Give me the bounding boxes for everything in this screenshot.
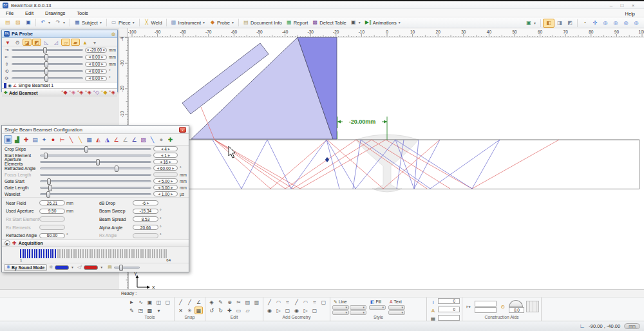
element-bar[interactable] [156, 249, 158, 258]
dropdown-arrow-icon[interactable]: ▼ [132, 21, 135, 24]
dialog-tool-icon[interactable]: ✚ [166, 135, 175, 144]
element-bar[interactable] [43, 249, 44, 258]
ribbon-tool-icon[interactable]: ╱ [292, 298, 301, 306]
element-bar[interactable] [48, 249, 49, 258]
ribbon-tool-icon[interactable]: ∿ [137, 298, 145, 306]
dialog-tool-icon[interactable]: ▦ [85, 135, 93, 144]
display-mode-button[interactable]: ▣▼ [524, 19, 538, 27]
dialog-tool-icon[interactable]: ∠ [112, 135, 120, 144]
ribbon-tool-icon[interactable]: ╱ [176, 298, 185, 306]
element-bar[interactable] [52, 249, 53, 258]
ribbon-tool-icon[interactable]: ◉ [292, 307, 301, 314]
wavelet-slider[interactable] [40, 193, 151, 195]
more-icon[interactable]: ▾ [90, 39, 99, 46]
gate-start-slider[interactable] [40, 180, 151, 182]
view-cube-iso-button[interactable]: ◨ [554, 19, 565, 27]
add-beamset-type-icon[interactable]: ⁺◈ [109, 90, 115, 96]
element-bar[interactable] [57, 249, 59, 258]
skew-left-icon[interactable]: ◪ [23, 39, 32, 46]
add-beamset-type-icon[interactable]: ⁺◈ [77, 90, 83, 96]
piece-button[interactable]: ▭Piece▼ [109, 19, 137, 26]
slider-value-spinner[interactable]: ◀5.00▶ [153, 178, 178, 184]
slider-value-spinner[interactable]: ◀1▶ [153, 153, 178, 158]
ribbon-tool-icon[interactable]: ✎ [128, 307, 136, 314]
ribbon-tool-icon[interactable]: ✳ [185, 307, 194, 314]
element-bar[interactable] [166, 249, 167, 258]
dropdown-arrow-icon[interactable]: ▼ [100, 265, 103, 269]
ribbon-tool-icon[interactable]: ✎ [216, 298, 225, 306]
element-bar[interactable] [41, 249, 42, 258]
element-bar[interactable] [94, 249, 95, 258]
line-opacity-dropdown[interactable]: ▼ [350, 310, 366, 315]
dialog-tool-icon[interactable]: ● [157, 135, 166, 144]
slider-thumb[interactable] [44, 61, 48, 68]
close-button[interactable]: × [629, 3, 637, 9]
construction-h-input[interactable] [475, 301, 497, 307]
line-style-button[interactable]: ✎Line [332, 298, 366, 305]
dialog-tool-icon[interactable]: ✦ [40, 135, 48, 144]
dropdown-arrow-icon[interactable]: ▼ [533, 21, 536, 25]
element-bar[interactable] [55, 249, 56, 258]
zoom-out-button[interactable]: ◎ [621, 19, 631, 27]
view-cube-front-button[interactable]: ◧ [543, 19, 554, 28]
weld-button[interactable]: ╳Weld [142, 19, 164, 26]
slider-thumb[interactable] [84, 146, 88, 153]
horizontal-ruler[interactable]: -100-90-80-70-60-50-40-30-20-10010203040… [128, 28, 644, 37]
slider-thumb[interactable] [46, 191, 50, 198]
element-bar[interactable] [97, 249, 98, 258]
dialog-close-button[interactable]: x [179, 127, 186, 133]
dialog-tool-icon[interactable]: ╲ [148, 135, 156, 144]
units-badge[interactable]: mm [624, 323, 640, 329]
ribbon-tool-icon[interactable]: ≈ [283, 298, 292, 306]
ribbon-tool-icon[interactable]: ▣ [146, 298, 154, 306]
longitudinal-color-swatch[interactable] [84, 265, 98, 270]
zoom-one-button[interactable]: ◎ [631, 19, 641, 27]
dim-table-input[interactable] [438, 315, 460, 321]
line-width-dropdown[interactable]: ▼ [332, 305, 349, 310]
element-bar[interactable] [99, 249, 100, 258]
probe-value-spinner[interactable]: ◀0.00▶ [85, 69, 107, 74]
menu-item-edit[interactable]: Edit [19, 10, 39, 16]
aperture-elements-slider[interactable] [40, 161, 151, 163]
dialog-tool-icon[interactable]: ∠ [121, 135, 129, 144]
probe-slider[interactable] [12, 70, 83, 72]
probe-value-spinner[interactable]: ◀0.00▶ [85, 55, 107, 60]
ribbon-tool-icon[interactable]: ╱ [185, 298, 194, 306]
protractor-dial[interactable] [509, 300, 523, 307]
zoom-window-button[interactable]: ◎ [600, 19, 611, 27]
opacity-slider[interactable] [114, 267, 140, 269]
element-bar[interactable] [32, 249, 33, 258]
shear-color-swatch[interactable] [55, 265, 69, 270]
slider-thumb[interactable] [47, 178, 51, 185]
element-bars[interactable] [2, 247, 189, 258]
construction-v-input[interactable] [475, 307, 497, 313]
add-beamset-type-icon[interactable]: ⁺◇ [93, 90, 99, 96]
fill-style-button[interactable]: ◧Fill [369, 298, 386, 305]
element-bar[interactable] [108, 249, 109, 258]
ribbon-tool-icon[interactable]: ╱ [265, 298, 274, 306]
report-button[interactable]: ▦Report [284, 19, 310, 26]
dialog-tool-icon[interactable]: ╲ [76, 135, 84, 144]
ribbon-tool-icon[interactable]: ▤ [243, 298, 252, 306]
element-bar[interactable] [29, 249, 30, 258]
opacity-slider-thumb[interactable] [119, 265, 123, 271]
text-color-dropdown[interactable]: ▼ [388, 305, 405, 310]
element-bar[interactable] [140, 249, 142, 258]
ribbon-tool-icon[interactable]: ▱ [243, 307, 252, 314]
element-bar[interactable] [103, 249, 104, 258]
subject-button[interactable]: ▦Subject▼ [72, 19, 104, 26]
element-bar[interactable] [152, 249, 153, 258]
dropdown-arrow-icon[interactable]: ▼ [62, 21, 66, 24]
compass-button[interactable]: ◔ [580, 19, 590, 27]
element-bar[interactable] [85, 249, 86, 258]
element-bar[interactable] [115, 249, 116, 258]
element-bar[interactable] [129, 249, 130, 258]
bulb-icon[interactable]: ◍ [111, 32, 115, 37]
minimize-button[interactable]: – [607, 3, 615, 9]
dialog-tool-icon[interactable]: ╲ [67, 135, 75, 144]
element-bar[interactable] [122, 249, 123, 258]
element-bar[interactable] [133, 249, 135, 258]
menu-item-help[interactable]: Help [625, 11, 635, 17]
ribbon-tool-icon[interactable]: ▭ [234, 307, 243, 314]
animations-button[interactable]: ▶∥Animations▼ [363, 19, 403, 26]
